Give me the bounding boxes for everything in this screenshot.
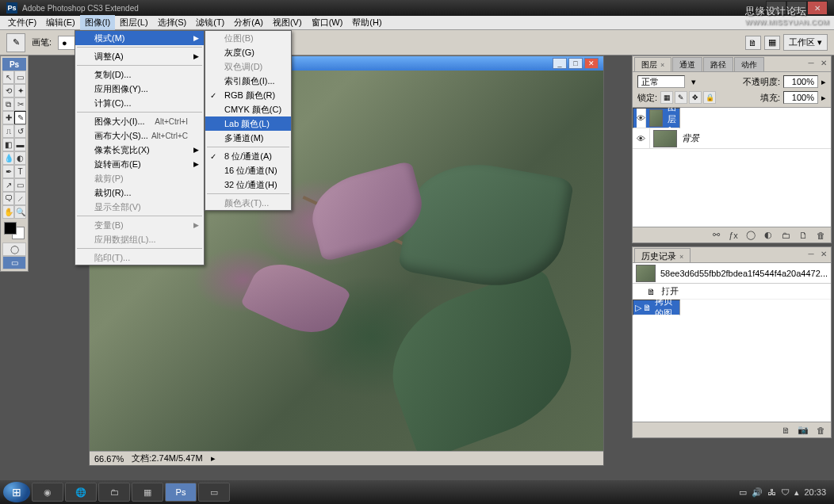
zoom-tool-icon[interactable]: 🔍 xyxy=(14,205,26,219)
move-tool-icon[interactable]: ↖ xyxy=(2,71,14,84)
tool-preset-icon[interactable]: ✎ xyxy=(6,33,25,52)
tray-battery-icon[interactable]: ▭ xyxy=(739,487,747,498)
delete-layer-icon[interactable]: 🗑 xyxy=(813,229,828,242)
blend-mode-select[interactable]: 正常 xyxy=(637,75,685,88)
layer-row[interactable]: 👁背景 xyxy=(633,128,831,149)
link-layers-icon[interactable]: ⚯ xyxy=(709,229,723,242)
taskbar-app-button[interactable]: ▦ xyxy=(132,483,163,502)
menu-item[interactable]: Lab 颜色(L) xyxy=(205,116,291,131)
wand-tool-icon[interactable]: ✦ xyxy=(14,84,26,97)
lasso-tool-icon[interactable]: ⟲ xyxy=(2,84,14,97)
doc-maximize-button[interactable]: □ xyxy=(568,58,583,69)
menu-item[interactable]: 图像(I) xyxy=(80,15,115,30)
menu-item[interactable]: 文件(F) xyxy=(3,15,41,30)
notes-tool-icon[interactable]: 🗨 xyxy=(2,192,14,205)
menu-item[interactable]: 应用图像(Y)... xyxy=(75,82,204,96)
layer-thumbnail[interactable] xyxy=(649,109,663,127)
adjustment-layer-icon[interactable]: ◐ xyxy=(761,229,775,242)
menu-item[interactable]: 窗口(W) xyxy=(307,15,348,30)
blur-tool-icon[interactable]: 💧 xyxy=(2,151,14,165)
menu-item[interactable]: 模式(M)▶ xyxy=(75,31,204,45)
brush-tool-icon[interactable]: ✎ xyxy=(14,111,26,124)
panel-minimize-icon[interactable]: ─ xyxy=(805,58,817,67)
menu-item[interactable]: 计算(C)... xyxy=(75,96,204,110)
layer-row[interactable]: 👁图层 1 xyxy=(633,108,680,128)
menu-item[interactable]: 滤镜(T) xyxy=(191,15,229,30)
taskbar-app-button[interactable]: 🗀 xyxy=(98,483,130,502)
panel-tab[interactable]: 动作 xyxy=(734,57,764,71)
menu-item[interactable]: 复制(D)... xyxy=(75,67,204,82)
delete-state-icon[interactable]: 🗑 xyxy=(813,424,828,437)
hand-tool-icon[interactable]: ✋ xyxy=(2,205,14,219)
menu-item[interactable]: 索引颜色(I)... xyxy=(205,74,291,88)
menu-item[interactable]: 16 位/通道(N) xyxy=(205,163,291,178)
workspace-dropdown[interactable]: 工作区 ▾ xyxy=(783,34,828,51)
status-arrow-icon[interactable]: ▸ xyxy=(211,453,216,464)
menu-item[interactable]: 旋转画布(E)▶ xyxy=(75,157,204,171)
menu-item[interactable]: 裁切(R)... xyxy=(75,185,204,200)
menu-item[interactable]: 图层(L) xyxy=(115,15,152,30)
visibility-eye-icon[interactable]: 👁 xyxy=(637,109,646,128)
layer-thumbnail[interactable] xyxy=(653,130,677,147)
menu-item[interactable]: 编辑(E) xyxy=(41,15,80,30)
eraser-tool-icon[interactable]: ◧ xyxy=(2,138,14,151)
lock-pixels-icon[interactable]: ✎ xyxy=(675,91,687,104)
shape-tool-icon[interactable]: ▭ xyxy=(14,178,26,192)
dodge-tool-icon[interactable]: ◐ xyxy=(14,151,26,165)
taskbar-app-button[interactable]: ▭ xyxy=(198,483,230,502)
menu-item[interactable]: 选择(S) xyxy=(153,15,192,30)
start-button[interactable]: ⊞ xyxy=(3,482,30,502)
doc-minimize-button[interactable]: _ xyxy=(553,58,567,69)
new-group-icon[interactable]: 🗀 xyxy=(779,229,793,242)
history-brush-tool-icon[interactable]: ↺ xyxy=(14,124,26,138)
toolbox-header-icon[interactable]: Ps xyxy=(2,58,26,71)
doc-icon[interactable]: 🗎 xyxy=(745,36,761,50)
color-swatches[interactable] xyxy=(2,219,26,242)
lock-position-icon[interactable]: ✥ xyxy=(689,91,702,104)
taskbar-app-button[interactable]: 🌐 xyxy=(65,483,97,502)
new-layer-icon[interactable]: 🗋 xyxy=(796,229,810,242)
bridge-icon[interactable]: ▦ xyxy=(764,36,780,50)
new-snapshot-icon[interactable]: 📷 xyxy=(796,424,810,437)
type-tool-icon[interactable]: T xyxy=(14,165,26,178)
fill-arrow-icon[interactable]: ▸ xyxy=(821,93,826,103)
history-snapshot[interactable]: 58ee3d6d55fbb2fbdea1f4544f4a20a4472... xyxy=(633,263,831,284)
pen-tool-icon[interactable]: ✒ xyxy=(2,165,14,178)
menu-item[interactable]: 调整(A)▶ xyxy=(75,49,204,63)
layer-mask-icon[interactable]: ◯ xyxy=(744,229,758,242)
quickmask-icon[interactable]: ◯ xyxy=(2,242,26,256)
tray-sound-icon[interactable]: 🔊 xyxy=(752,487,763,498)
panel-minimize-icon[interactable]: ─ xyxy=(805,249,817,258)
lock-transparent-icon[interactable]: ▦ xyxy=(660,91,673,104)
menu-item[interactable]: 视图(V) xyxy=(268,15,307,30)
tray-clock[interactable]: 20:33 xyxy=(804,487,826,497)
visibility-eye-icon[interactable]: 👁 xyxy=(633,128,650,148)
slice-tool-icon[interactable]: ✂ xyxy=(14,97,26,111)
history-item[interactable]: ▷🗎通过拷贝的图层 xyxy=(633,300,680,315)
menu-item[interactable]: 分析(A) xyxy=(229,15,268,30)
opacity-arrow-icon[interactable]: ▸ xyxy=(821,77,826,87)
zoom-value[interactable]: 66.67% xyxy=(94,454,124,464)
menu-item[interactable]: 灰度(G) xyxy=(205,45,291,59)
layer-fx-icon[interactable]: ƒx xyxy=(726,229,740,242)
taskbar-app-button[interactable]: Ps xyxy=(165,483,197,502)
tray-chevron-icon[interactable]: ▴ xyxy=(794,487,799,498)
panel-tab[interactable]: 路径 xyxy=(703,57,733,71)
panel-close-icon[interactable]: ✕ xyxy=(818,249,829,258)
eyedropper-tool-icon[interactable]: ⟋ xyxy=(14,192,26,205)
tab-history[interactable]: 历史记录× xyxy=(634,248,691,262)
tray-network-icon[interactable]: 🖧 xyxy=(767,487,776,497)
panel-tab[interactable]: 图层× xyxy=(634,57,671,71)
lock-all-icon[interactable]: 🔒 xyxy=(703,91,716,104)
taskbar-app-button[interactable]: ◉ xyxy=(32,483,63,502)
menu-item[interactable]: 多通道(M) xyxy=(205,131,291,145)
gradient-tool-icon[interactable]: ▬ xyxy=(14,138,26,151)
crop-tool-icon[interactable]: ⧉ xyxy=(2,97,14,111)
doc-close-button[interactable]: ✕ xyxy=(584,58,599,69)
fill-input[interactable]: 100% xyxy=(783,91,818,104)
stamp-tool-icon[interactable]: ⎍ xyxy=(2,124,14,138)
healing-tool-icon[interactable]: ✚ xyxy=(2,111,14,124)
menu-item[interactable]: 8 位/通道(A)✓ xyxy=(205,149,291,163)
layer-name-label[interactable]: 背景 xyxy=(680,132,831,144)
marquee-tool-icon[interactable]: ▭ xyxy=(14,71,26,84)
